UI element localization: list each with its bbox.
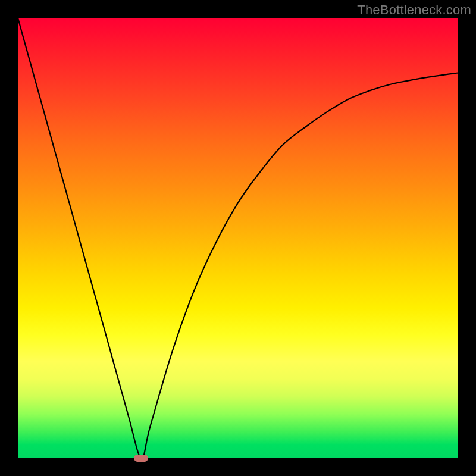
watermark-text: TheBottleneck.com bbox=[357, 2, 471, 18]
bottleneck-curve bbox=[18, 18, 458, 458]
chart-frame: TheBottleneck.com bbox=[0, 0, 476, 476]
curve-path bbox=[18, 18, 458, 458]
optimal-marker bbox=[134, 455, 148, 462]
plot-area bbox=[18, 18, 458, 458]
